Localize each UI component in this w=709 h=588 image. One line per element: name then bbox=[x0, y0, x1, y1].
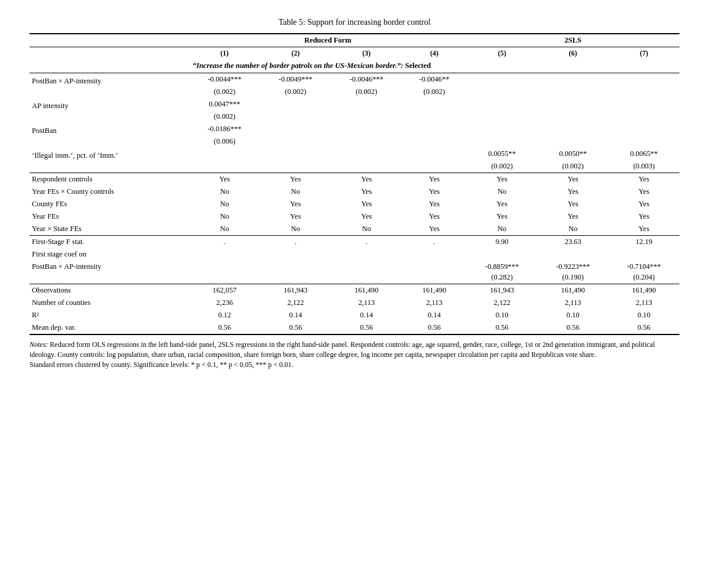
r2-v1: 0.12 bbox=[189, 309, 260, 321]
ycc-v3: Yes bbox=[331, 186, 402, 198]
empty-question bbox=[30, 60, 189, 73]
r2-v4: 0.14 bbox=[402, 309, 466, 321]
fs-v7: 12.19 bbox=[609, 236, 679, 248]
fc-v3 bbox=[331, 261, 402, 273]
fc-v5: -0.8859*** bbox=[467, 261, 538, 273]
group-header-row: Reduced Form 2SLS bbox=[30, 34, 679, 47]
ycc-v1: No bbox=[189, 186, 260, 198]
respondent-controls-row: Respondent controls Yes Yes Yes Yes Yes … bbox=[30, 173, 679, 186]
r3-v5: 0.0055** bbox=[467, 148, 538, 162]
col-7: (7) bbox=[609, 47, 679, 60]
r3-v7: 0.0065** bbox=[609, 148, 679, 162]
mdv-v6: 0.56 bbox=[538, 321, 609, 334]
ysf-v5: No bbox=[467, 223, 538, 236]
obs-v5: 161,943 bbox=[467, 284, 538, 297]
yf-v5: Yes bbox=[467, 210, 538, 223]
fc-v6: -0.9223*** bbox=[538, 261, 609, 273]
r2-v7: 0.10 bbox=[609, 309, 679, 321]
cf-v4: Yes bbox=[402, 198, 466, 210]
year-county-label: Year FEs × County controls bbox=[30, 186, 189, 198]
nc-v3: 2,113 bbox=[331, 297, 402, 309]
mean-dep-var-row: Mean dep. var. 0.56 0.56 0.56 0.56 0.56 … bbox=[30, 321, 679, 334]
col-3: (3) bbox=[331, 47, 402, 60]
r2-v2: 0.14 bbox=[260, 309, 331, 321]
nc-v2: 2,122 bbox=[260, 297, 331, 309]
fc-se5: (0.282) bbox=[467, 273, 538, 284]
question-row: “Increase the number of border patrols o… bbox=[30, 60, 679, 73]
rc-v4: Yes bbox=[402, 173, 466, 186]
obs-v1: 162,057 bbox=[189, 284, 260, 297]
col-5: (5) bbox=[467, 47, 538, 60]
ysf-v6: No bbox=[538, 223, 609, 236]
empty-col bbox=[30, 47, 189, 60]
ap-intensity-label: AP intensity bbox=[30, 98, 189, 112]
ycc-v5: No bbox=[467, 186, 538, 198]
mdv-v1: 0.56 bbox=[189, 321, 260, 334]
r0-v1: -0.0044*** bbox=[189, 73, 260, 88]
r0-v2: -0.0049*** bbox=[260, 73, 331, 88]
rc-v7: Yes bbox=[609, 173, 679, 186]
col-1: (1) bbox=[189, 47, 260, 60]
nc-v4: 2,113 bbox=[402, 297, 466, 309]
r0-se1: (0.002) bbox=[189, 87, 260, 98]
cf-v1: No bbox=[189, 198, 260, 210]
mean-dep-var-label: Mean dep. var. bbox=[30, 321, 189, 334]
fs-v4: . bbox=[402, 236, 466, 248]
r3-v4 bbox=[402, 148, 466, 162]
fc-se7: (0.204) bbox=[609, 273, 679, 284]
ycc-v7: Yes bbox=[609, 186, 679, 198]
mdv-v4: 0.56 bbox=[402, 321, 466, 334]
selected-label: Selected bbox=[405, 61, 431, 70]
r0-se6 bbox=[538, 87, 609, 98]
ap-intensity-row: AP intensity 0.0047*** bbox=[30, 98, 679, 112]
respondent-controls-label: Respondent controls bbox=[30, 173, 189, 186]
reduced-form-header: Reduced Form bbox=[189, 34, 467, 47]
mdv-v3: 0.56 bbox=[331, 321, 402, 334]
mdv-v2: 0.56 bbox=[260, 321, 331, 334]
ysf-v2: No bbox=[260, 223, 331, 236]
r1-v4 bbox=[402, 98, 466, 112]
r0-v5 bbox=[467, 73, 538, 88]
notes-section: Notes: Reduced form OLS regressions in t… bbox=[30, 340, 679, 369]
postban-ap-row: PostBan × AP-intensity -0.0044*** -0.004… bbox=[30, 73, 679, 88]
fc-v4 bbox=[402, 261, 466, 273]
rc-v5: Yes bbox=[467, 173, 538, 186]
rc-v3: Yes bbox=[331, 173, 402, 186]
r0-v6 bbox=[538, 73, 609, 88]
r0-se3: (0.002) bbox=[331, 87, 402, 98]
yf-v3: Yes bbox=[331, 210, 402, 223]
yf-v2: Yes bbox=[260, 210, 331, 223]
ysf-v1: No bbox=[189, 223, 260, 236]
col-4: (4) bbox=[402, 47, 466, 60]
r0-se7 bbox=[609, 87, 679, 98]
rc-v6: Yes bbox=[538, 173, 609, 186]
r2-v1: -0.0186*** bbox=[189, 123, 260, 137]
mdv-v5: 0.56 bbox=[467, 321, 538, 334]
coef-label-row1: First stage coef on bbox=[30, 248, 679, 261]
nc-v5: 2,122 bbox=[467, 297, 538, 309]
r0-se5 bbox=[467, 87, 538, 98]
year-state-fes-row: Year × State FEs No No No Yes No No Yes bbox=[30, 223, 679, 236]
r0-v4: -0.0046** bbox=[402, 73, 466, 88]
fc-se6: (0.190) bbox=[538, 273, 609, 284]
coef-label2: PostBan × AP-intensity bbox=[30, 261, 189, 273]
year-fes-row: Year FEs No Yes Yes Yes Yes Yes Yes bbox=[30, 210, 679, 223]
illegal-imm-se-row: (0.002) (0.002) (0.003) bbox=[30, 162, 679, 173]
r1-v5 bbox=[467, 98, 538, 112]
cf-v5: Yes bbox=[467, 198, 538, 210]
ycc-v2: No bbox=[260, 186, 331, 198]
empty-header bbox=[30, 34, 189, 47]
fc-v7: -0.7104*** bbox=[609, 261, 679, 273]
question-text: “Increase the number of border patrols o… bbox=[193, 61, 403, 70]
yf-v7: Yes bbox=[609, 210, 679, 223]
nc-v1: 2,236 bbox=[189, 297, 260, 309]
cf-v3: Yes bbox=[331, 198, 402, 210]
fs-v1: . bbox=[189, 236, 260, 248]
nc-v6: 2,113 bbox=[538, 297, 609, 309]
question-label: “Increase the number of border patrols o… bbox=[189, 60, 679, 73]
num-counties-row: Number of counties 2,236 2,122 2,113 2,1… bbox=[30, 297, 679, 309]
rc-v2: Yes bbox=[260, 173, 331, 186]
r1-v1: 0.0047*** bbox=[189, 98, 260, 112]
ycc-v4: Yes bbox=[402, 186, 466, 198]
year-state-fes-label: Year × State FEs bbox=[30, 223, 189, 236]
